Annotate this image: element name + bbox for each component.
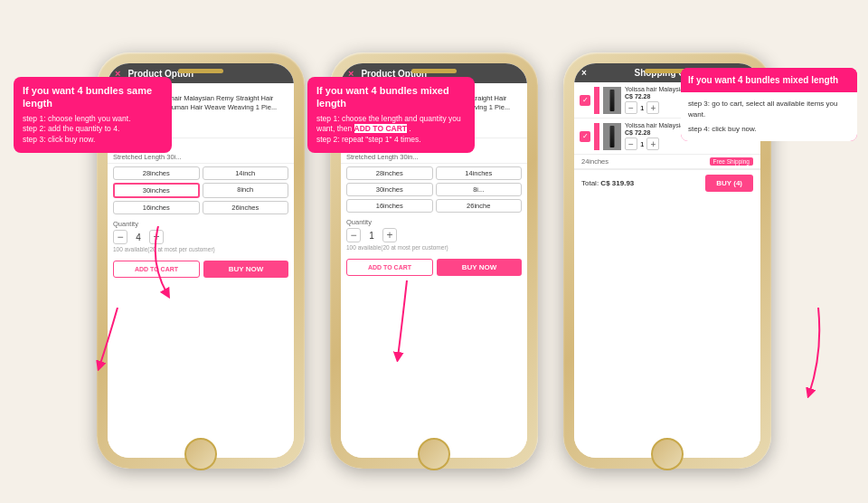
page-container: If you want 4 bundles same length step 1… bbox=[0, 0, 868, 503]
cart-item-2-minus[interactable]: − bbox=[625, 138, 637, 150]
size-30[interactable]: 30inches bbox=[113, 183, 200, 198]
phone-1-speaker bbox=[178, 69, 223, 73]
size-16[interactable]: 16inches bbox=[113, 201, 200, 214]
phone-2-action-btns: ADD TO CART BUY NOW bbox=[341, 255, 527, 280]
cart-item-1-checkbox[interactable]: ✓ bbox=[580, 95, 590, 106]
callout-1-title: If you want 4 bundles same length bbox=[23, 84, 163, 110]
callout-1-step3: step 3: click buy now. bbox=[23, 135, 163, 146]
p2-size-28[interactable]: 28inches bbox=[346, 166, 433, 180]
callout-1-step2: step 2: add the quantity to 4. bbox=[23, 124, 163, 135]
phone-1-qty-section: Quantity − 4 + 100 available(20 at most … bbox=[108, 217, 294, 255]
phone-3-home-btn[interactable] bbox=[651, 438, 684, 470]
callout-3-step3: step 3: go to cart, select all available… bbox=[688, 99, 850, 120]
phone-2-qty-minus[interactable]: − bbox=[346, 228, 361, 242]
phone-2-qty-section: Quantity − 1 + 100 available(20 at most … bbox=[341, 215, 527, 253]
callout-3: If you want 4 bundles mixed length step … bbox=[681, 68, 857, 141]
phone-2-home-btn[interactable] bbox=[418, 438, 450, 470]
phone-2-qty-plus[interactable]: + bbox=[382, 228, 397, 242]
arrow-1-cart bbox=[90, 308, 145, 371]
cart-item-2-img bbox=[603, 123, 621, 150]
cart-item-2-checkbox[interactable]: ✓ bbox=[580, 131, 590, 142]
cart-stripe-1 bbox=[594, 87, 599, 114]
phone-1-size-grid: 28inches 14inch 30inches 8inch 16inches … bbox=[108, 164, 294, 217]
phone-2-qty-label: Quantity bbox=[346, 218, 522, 226]
phone-3-total-price: C$ 319.93 bbox=[600, 179, 634, 187]
p2-size-8[interactable]: 8i... bbox=[436, 183, 523, 196]
phone-1-action-btns: ADD TO CART BUY NOW bbox=[108, 257, 294, 281]
phone-1-buy-now[interactable]: BUY NOW bbox=[203, 261, 288, 278]
arrow-2-cart bbox=[389, 280, 443, 362]
phone-2-speaker bbox=[411, 69, 457, 73]
cart-item-2-qty: 1 bbox=[640, 140, 644, 148]
phone-2-qty-val: 1 bbox=[366, 231, 377, 241]
callout-3-body: step 3: go to cart, select all available… bbox=[681, 92, 857, 141]
phone-2-buy-now[interactable]: BUY NOW bbox=[437, 259, 522, 276]
cart-stripe-2 bbox=[594, 123, 599, 150]
phone-3-close[interactable]: × bbox=[581, 68, 587, 78]
size-28[interactable]: 28inches bbox=[113, 166, 200, 180]
p2-size-26[interactable]: 26inche bbox=[436, 199, 523, 213]
phone-2-size-grid: 28inches 14inches 30inches 8i... 16inche… bbox=[341, 164, 527, 215]
size-14[interactable]: 14inch bbox=[203, 166, 289, 180]
p2-size-30[interactable]: 30inches bbox=[346, 183, 433, 196]
phone-3-cart-footer: Total: C$ 319.93 BUY (4) bbox=[574, 169, 760, 196]
size-8[interactable]: 8inch bbox=[203, 183, 289, 198]
cart-item-2-plus[interactable]: + bbox=[646, 138, 659, 150]
phone-1-length: Stretched Length 30i... bbox=[108, 151, 294, 164]
phone-1-home-btn[interactable] bbox=[184, 438, 217, 470]
callout-2: If you want 4 bundles mixed length step … bbox=[307, 77, 475, 153]
callout-3-step4: step 4: click buy now. bbox=[688, 124, 850, 135]
phone-2-add-to-cart[interactable]: ADD TO CART bbox=[346, 259, 433, 276]
cart-item-1-img bbox=[603, 87, 621, 114]
phone-3-length-label: 24inches bbox=[581, 157, 609, 166]
phone-3-buy-btn[interactable]: BUY (4) bbox=[705, 175, 753, 192]
p2-size-14[interactable]: 14inches bbox=[436, 166, 523, 180]
p2-size-16[interactable]: 16inches bbox=[346, 199, 433, 213]
phone-2-qty-note: 100 available(20 at most per customer) bbox=[346, 244, 522, 251]
callout-3-title: If you want 4 bundles mixed length bbox=[681, 68, 857, 92]
arrow-1-qty bbox=[140, 226, 194, 299]
arrow-3-buy bbox=[764, 308, 836, 398]
callout-1-step1: step 1: choose length you want. bbox=[23, 114, 163, 125]
callout-1: If you want 4 bundles same length step 1… bbox=[14, 77, 172, 153]
phone-3-total: Total: C$ 319.93 bbox=[581, 179, 634, 187]
phone-1-qty-minus[interactable]: − bbox=[113, 230, 127, 244]
callout-2-step2: step 2: repeat "step 1" 4 times. bbox=[316, 135, 466, 146]
phone-2-qty-control: − 1 + bbox=[346, 228, 522, 242]
cart-item-1-plus[interactable]: + bbox=[646, 101, 659, 114]
callout-2-title: If you want 4 bundles mixed length bbox=[316, 84, 466, 110]
phone-3-free-shipping: Free Shipping bbox=[710, 157, 753, 166]
callout-2-step1: step 1: choose the length and quantity y… bbox=[316, 114, 466, 136]
cart-item-1-qty: 1 bbox=[640, 104, 644, 112]
cart-item-1-minus[interactable]: − bbox=[625, 101, 637, 114]
phone-2-length: Stretched Length 30in... bbox=[341, 151, 527, 164]
shipping-row: 24inches Free Shipping bbox=[574, 155, 760, 169]
size-26[interactable]: 26inches bbox=[203, 201, 289, 214]
